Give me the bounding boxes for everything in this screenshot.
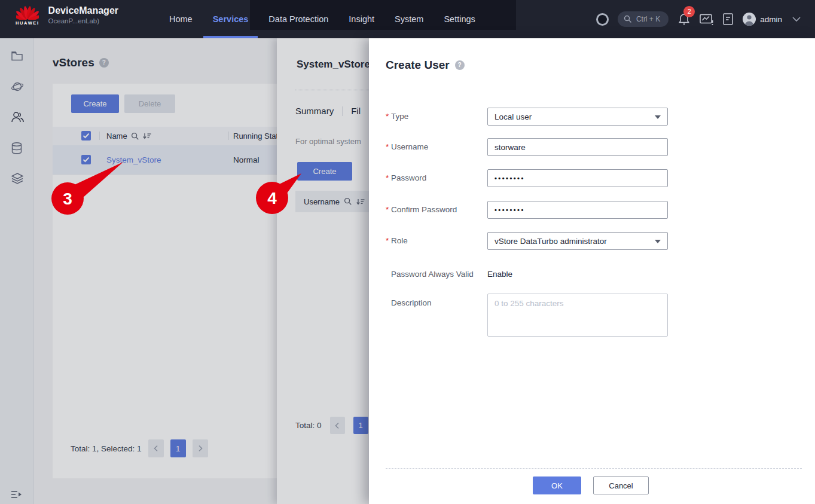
username-label: admin (760, 15, 782, 24)
description-row: Description (386, 294, 668, 339)
main-nav: Home Services Data Protection Insight Sy… (169, 0, 475, 38)
screen: HUAWEI DeviceManager OceanP...enLab) Hom… (0, 0, 815, 504)
required-marker: * (386, 232, 391, 250)
notification-count-badge: 2 (683, 6, 695, 17)
dialog-title-row: Create User ? (386, 59, 465, 72)
task-log-button[interactable] (722, 13, 734, 26)
password-label: Password (391, 169, 426, 187)
document-icon (722, 13, 734, 26)
chevron-down-icon[interactable] (791, 16, 802, 23)
role-select[interactable]: vStore DataTurbo administrator (487, 232, 668, 250)
password-always-valid-label: Password Always Valid (391, 268, 474, 280)
topbar-actions: Ctrl + K 2 (596, 0, 802, 38)
user-menu[interactable] (743, 13, 756, 26)
username-input[interactable] (487, 138, 668, 156)
huawei-flower-icon (16, 4, 39, 20)
avatar (743, 13, 756, 26)
password-row: *Password (386, 169, 668, 187)
password-always-valid-row: Password Always Valid Enable (386, 268, 512, 280)
nav-settings[interactable]: Settings (444, 0, 475, 38)
nav-services[interactable]: Services (213, 0, 249, 38)
create-user-dialog: Create User ? *Type Local user *Username… (369, 38, 815, 504)
app-title: DeviceManager (48, 5, 118, 16)
nav-insight[interactable]: Insight (349, 0, 374, 38)
huawei-logo: HUAWEI (16, 4, 39, 26)
password-input[interactable] (487, 169, 668, 187)
app-title-block: DeviceManager OceanP...enLab) (48, 5, 118, 25)
performance-button[interactable] (700, 13, 713, 26)
nav-system[interactable]: System (395, 0, 423, 38)
confirm-password-input[interactable] (487, 201, 668, 219)
confirm-password-row: *Confirm Password (386, 201, 668, 219)
role-label: Role (391, 232, 408, 250)
notifications-button[interactable]: 2 (677, 12, 691, 26)
performance-chart-icon (700, 13, 713, 26)
topbar: HUAWEI DeviceManager OceanP...enLab) Hom… (0, 0, 815, 38)
required-marker: * (386, 201, 391, 219)
nav-data-protection[interactable]: Data Protection (268, 0, 328, 38)
cancel-button[interactable]: Cancel (593, 476, 649, 494)
theme-toggle-icon[interactable] (596, 13, 609, 26)
brand-word: HUAWEI (16, 20, 39, 26)
search-shortcut: Ctrl + K (636, 15, 660, 23)
dialog-title: Create User (386, 59, 450, 72)
required-marker: * (386, 138, 391, 156)
confirm-password-label: Confirm Password (391, 201, 457, 219)
description-label: Description (391, 294, 432, 339)
ok-button[interactable]: OK (533, 476, 581, 494)
search-icon (624, 15, 632, 23)
dashed-divider (386, 468, 802, 469)
type-select[interactable]: Local user (487, 108, 668, 126)
type-row: *Type Local user (386, 108, 668, 126)
description-textarea[interactable] (487, 294, 668, 337)
help-icon[interactable]: ? (455, 60, 465, 70)
role-row: *Role vStore DataTurbo administrator (386, 232, 668, 250)
required-marker: * (386, 169, 391, 187)
device-name: OceanP...enLab) (48, 17, 118, 25)
username-row: *Username (386, 138, 668, 156)
type-label: Type (391, 108, 408, 126)
person-icon (743, 13, 756, 26)
global-search[interactable]: Ctrl + K (618, 11, 669, 27)
password-always-valid-value: Enable (487, 268, 512, 280)
username-label: Username (391, 138, 428, 156)
brand: HUAWEI DeviceManager OceanP...enLab) (16, 4, 118, 26)
nav-home[interactable]: Home (169, 0, 193, 38)
required-marker: * (386, 108, 391, 126)
